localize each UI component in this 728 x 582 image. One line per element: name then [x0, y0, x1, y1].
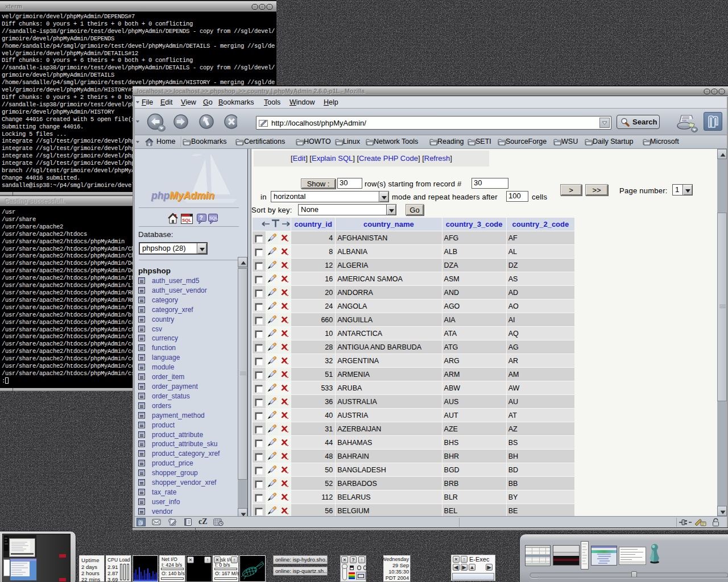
svg-text:SQL: SQL [209, 215, 218, 221]
svg-text:?: ? [200, 215, 203, 221]
svg-text:SQL: SQL [182, 218, 192, 223]
